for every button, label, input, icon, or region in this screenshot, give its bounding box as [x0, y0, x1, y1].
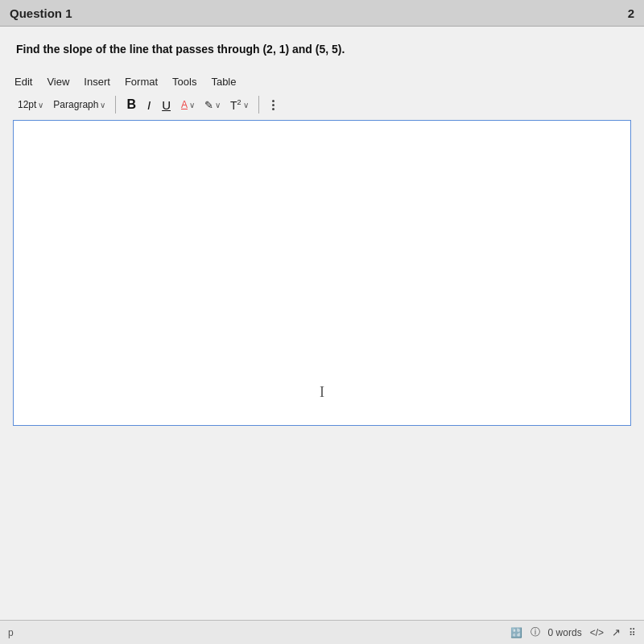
dot-2 — [272, 104, 275, 106]
menu-edit[interactable]: Edit — [14, 76, 32, 88]
word-count: 0 words — [548, 627, 582, 638]
underline-button[interactable]: U — [158, 97, 175, 114]
superscript-select[interactable]: T2 ∨ — [227, 97, 252, 114]
toolbar: 12pt ∨ Paragraph ∨ B I U A ∨ ✎ — [13, 93, 631, 117]
status-paragraph: p — [8, 627, 14, 638]
main-content: Find the slope of the line that passes t… — [0, 26, 644, 644]
toolbar-divider-1 — [115, 96, 116, 114]
page-number: 2 — [628, 6, 634, 20]
top-bar: Question 1 2 — [0, 0, 644, 26]
menu-table[interactable]: Table — [211, 76, 236, 88]
font-color-select[interactable]: A ∨ — [178, 97, 198, 112]
text-editor[interactable] — [14, 121, 630, 425]
status-bar: p 🔡 ⓘ 0 words </> ↗ ⠿ — [0, 620, 644, 644]
font-color-chevron: ∨ — [189, 101, 195, 109]
dot-1 — [272, 100, 275, 102]
paragraph-style-select[interactable]: Paragraph ∨ — [50, 97, 109, 112]
font-size-value: 12pt — [18, 99, 36, 110]
question-area: Find the slope of the line that passes t… — [0, 27, 644, 66]
superscript-chevron: ∨ — [243, 101, 249, 109]
highlight-chevron: ∨ — [215, 101, 221, 109]
status-spell-icon[interactable]: 🔡 — [510, 627, 522, 638]
menu-tools[interactable]: Tools — [172, 76, 196, 88]
status-info-icon[interactable]: ⓘ — [530, 625, 540, 639]
menu-view[interactable]: View — [47, 76, 69, 88]
expand-button[interactable]: ↗ — [612, 626, 621, 638]
font-size-select[interactable]: 12pt ∨ — [14, 97, 47, 112]
paragraph-chevron: ∨ — [100, 101, 105, 109]
dot-3 — [272, 108, 275, 110]
question-text: Find the slope of the line that passes t… — [16, 41, 628, 58]
superscript-T: T2 — [230, 98, 242, 112]
menu-insert[interactable]: Insert — [84, 76, 110, 88]
menu-bar: Edit View Insert Format Tools Table — [13, 72, 631, 91]
status-right: 🔡 ⓘ 0 words </> ↗ ⠿ — [510, 625, 636, 639]
highlight-select[interactable]: ✎ ∨ — [201, 97, 224, 113]
code-toggle[interactable]: </> — [590, 627, 604, 638]
menu-format[interactable]: Format — [125, 76, 158, 88]
paragraph-style-value: Paragraph — [53, 99, 98, 110]
text-editor-wrapper[interactable]: I — [13, 120, 631, 426]
font-size-chevron: ∨ — [38, 101, 43, 109]
bold-button[interactable]: B — [122, 96, 140, 114]
highlight-icon: ✎ — [204, 99, 213, 111]
more-options-button[interactable] — [269, 100, 278, 110]
grid-button[interactable]: ⠿ — [629, 627, 636, 638]
question-title: Question 1 — [10, 6, 72, 20]
italic-button[interactable]: I — [143, 97, 155, 114]
font-color-icon: A — [181, 99, 188, 110]
editor-container: Edit View Insert Format Tools Table 12pt… — [0, 66, 644, 620]
toolbar-divider-2 — [258, 96, 259, 114]
